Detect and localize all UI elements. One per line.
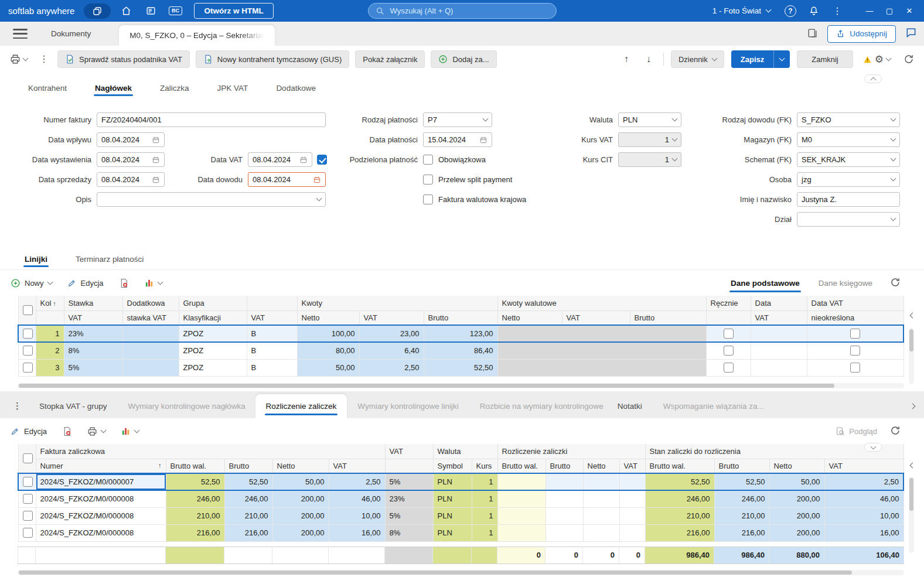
- data-dowodu-field[interactable]: 08.04.2024: [248, 172, 326, 187]
- row-checkbox[interactable]: [23, 511, 33, 521]
- cell-recznie[interactable]: [706, 359, 751, 376]
- nieokreslona-checkbox[interactable]: [850, 329, 860, 339]
- chart-button[interactable]: [142, 274, 165, 292]
- col-kol[interactable]: Kol↑: [36, 296, 64, 310]
- preview-button[interactable]: Podgląd: [833, 422, 879, 440]
- col-data-vat[interactable]: Data: [751, 296, 807, 310]
- tab-rozliczenie-zaliczek[interactable]: Rozliczenie zaliczek: [255, 394, 347, 418]
- scrollbar-thumb[interactable]: [909, 478, 913, 511]
- panels-button[interactable]: [807, 28, 818, 40]
- global-search-input[interactable]: Wyszukaj (Alt + Q): [368, 3, 557, 19]
- przelew-split-checkbox[interactable]: [423, 175, 433, 185]
- main-menu-button[interactable]: [13, 29, 28, 39]
- tab-documents[interactable]: Dokumenty: [37, 29, 105, 38]
- col-data-vat-nieokreslona[interactable]: Data VAT: [807, 296, 903, 310]
- obowiazkowa-checkbox-row[interactable]: Obowiązkowa: [423, 155, 486, 165]
- share-button[interactable]: Udostępnij: [827, 25, 896, 43]
- print-button[interactable]: [7, 50, 30, 68]
- col-st-brutto[interactable]: Brutto: [714, 459, 769, 473]
- col-rz-brutto-wal[interactable]: Brutto wal.: [497, 459, 545, 473]
- chart-advances-button[interactable]: [118, 422, 141, 440]
- maximize-button[interactable]: ▢: [879, 3, 899, 19]
- col-grupa[interactable]: Grupa: [179, 296, 247, 310]
- save-button[interactable]: Zapisz: [731, 50, 790, 68]
- select-all-header[interactable]: [18, 444, 36, 473]
- settings-button[interactable]: ⚙: [860, 50, 894, 68]
- row-select-cell[interactable]: [18, 359, 36, 376]
- col-stawka-vat[interactable]: Stawka: [64, 296, 122, 310]
- advance-row-3[interactable]: 2024/S_FZKOZ/M0/000008 210,00 210,00 200…: [18, 507, 903, 524]
- edit-line-button[interactable]: Edycja: [65, 274, 106, 292]
- row-checkbox[interactable]: [23, 346, 33, 356]
- line-row-3[interactable]: 3 5% ZPOZ B 50,00 2,50 52,50: [18, 359, 903, 376]
- recznie-checkbox[interactable]: [724, 346, 734, 356]
- obowiazkowa-checkbox[interactable]: [423, 155, 433, 165]
- osoba-field[interactable]: jzg: [797, 172, 900, 187]
- more-menu-button[interactable]: ⋮: [828, 3, 847, 19]
- new-temp-contractor-button[interactable]: Nowy kontrahent tymczasowy (GUS): [196, 50, 349, 68]
- journal-dropdown[interactable]: Dziennik: [671, 50, 724, 68]
- data-wplywu-field[interactable]: 08.04.2024: [97, 132, 165, 147]
- numer-faktury-field[interactable]: FZ/20240404/001: [97, 112, 326, 127]
- col-brutto[interactable]: Brutto: [224, 459, 272, 473]
- rodzaj-dowodu-field[interactable]: S_FZKO: [797, 112, 900, 127]
- row-checkbox[interactable]: [23, 528, 33, 538]
- col-stawka-vat[interactable]: [385, 459, 433, 473]
- cell-data-vat-nieokreslona[interactable]: [807, 325, 903, 342]
- drag-handle-icon[interactable]: ⋮: [6, 401, 29, 418]
- notifications-button[interactable]: [804, 3, 823, 19]
- more-actions-button[interactable]: ⋮: [36, 50, 52, 68]
- nieokreslona-checkbox[interactable]: [850, 363, 860, 373]
- tab-wymiary-linijki[interactable]: Wymiary kontrolingowe linijki: [347, 394, 469, 418]
- tab-kontrahent[interactable]: Kontrahent: [27, 84, 68, 100]
- advance-row-1[interactable]: 2024/S_FZKOZ/M0/000007 52,50 52,50 50,00…: [18, 473, 903, 490]
- view-tab-dane-podstawowe[interactable]: Dane podstawowe: [729, 279, 801, 288]
- row-select-cell[interactable]: [18, 342, 36, 359]
- move-up-button[interactable]: ↑: [619, 51, 634, 67]
- collapse-header-button[interactable]: [864, 74, 882, 83]
- data-vat-field[interactable]: 08.04.2024: [248, 152, 312, 167]
- check-vat-status-button[interactable]: Sprawdź status podatnika VAT: [57, 50, 190, 68]
- col-brutto[interactable]: Brutto: [424, 310, 497, 325]
- tab-notatki[interactable]: Notatki: [607, 394, 653, 418]
- row-select-cell[interactable]: [18, 507, 36, 524]
- cell-recznie[interactable]: [706, 342, 751, 359]
- tab-dodatkowe[interactable]: Dodatkowe: [275, 84, 317, 100]
- scrollbar-thumb[interactable]: [909, 329, 913, 351]
- col-vat-wal[interactable]: VAT: [562, 310, 630, 325]
- data-platnosci-field[interactable]: 15.04.2024: [423, 132, 492, 147]
- advances-panel-expander[interactable]: [911, 460, 915, 469]
- close-button[interactable]: ✕: [899, 3, 919, 19]
- scrollbar-thumb[interactable]: [19, 384, 834, 388]
- schemat-field[interactable]: SEK_KRAJK: [797, 152, 900, 167]
- tab-jpk-vat[interactable]: JPK VAT: [216, 84, 250, 100]
- tab-zaliczka[interactable]: Zaliczka: [159, 84, 190, 100]
- print-advances-button[interactable]: [85, 422, 108, 440]
- data-vat-checkbox[interactable]: [317, 155, 327, 165]
- col-symbol[interactable]: Symbol: [433, 459, 472, 473]
- cell-data-vat-nieokreslona[interactable]: [807, 342, 903, 359]
- window-switcher-button[interactable]: [84, 4, 111, 19]
- row-checkbox[interactable]: [23, 494, 33, 504]
- col-vat-rejestr[interactable]: [247, 296, 297, 310]
- col-brutto-wal[interactable]: Brutto wal.: [166, 459, 224, 473]
- delete-advance-button[interactable]: [60, 422, 74, 440]
- imie-nazwisko-field[interactable]: Justyna Z.: [797, 192, 900, 207]
- lines-vertical-scrollbar[interactable]: [909, 328, 914, 384]
- company-selector[interactable]: 1 - Foto Świat: [707, 6, 776, 15]
- row-select-cell[interactable]: [18, 473, 36, 490]
- faktura-walutowa-checkbox[interactable]: [423, 194, 433, 204]
- col-rz-vat[interactable]: VAT: [619, 459, 645, 473]
- tab-wymiary-naglowka[interactable]: Wymiary kontrolingowe nagłówka: [118, 394, 255, 418]
- data-sprzedazy-field[interactable]: 08.04.2024: [97, 172, 165, 187]
- waluta-field[interactable]: PLN: [618, 112, 681, 127]
- tab-rozbicie-wymiary[interactable]: Rozbicie na wymiary kontrolingowe: [469, 394, 607, 418]
- col-recznie[interactable]: Ręcznie: [706, 296, 751, 310]
- col-st-netto[interactable]: Netto: [769, 459, 824, 473]
- bc-button[interactable]: BC: [166, 3, 185, 19]
- refresh-lines-button[interactable]: [890, 277, 901, 289]
- advances-vertical-scrollbar[interactable]: [909, 477, 914, 553]
- opis-field[interactable]: [97, 192, 326, 207]
- row-select-cell[interactable]: [18, 524, 36, 541]
- new-line-button[interactable]: Nowy: [8, 274, 54, 292]
